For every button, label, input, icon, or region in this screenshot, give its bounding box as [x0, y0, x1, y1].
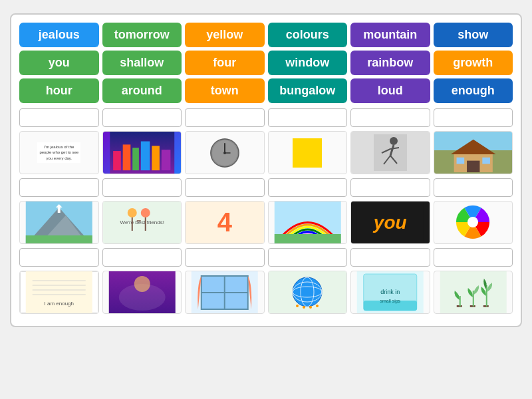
tile-hour[interactable]: hour	[19, 78, 99, 103]
svg-rect-29	[26, 235, 92, 244]
input-row-3	[19, 248, 513, 267]
match-row-1: I'm jealous of thepeople who get to seey…	[19, 108, 513, 174]
svg-point-51	[134, 276, 150, 292]
tile-loud[interactable]: loud	[350, 78, 430, 103]
image-you: you	[350, 201, 430, 244]
svg-rect-3	[132, 148, 139, 170]
image-row-1: I'm jealous of thepeople who get to seey…	[19, 131, 513, 174]
image-town	[102, 131, 182, 174]
tile-growth[interactable]: growth	[434, 51, 513, 75]
svg-point-61	[303, 306, 305, 309]
match-row-3: I am enough	[19, 248, 513, 314]
svg-text:We're best friends!: We're best friends!	[120, 219, 164, 225]
tile-enough[interactable]: enough	[434, 78, 513, 103]
input-1-1[interactable]	[19, 108, 99, 127]
image-clock	[185, 131, 265, 174]
image-globe	[268, 271, 348, 314]
image-bungalow	[102, 271, 182, 314]
input-2-4[interactable]	[268, 178, 348, 197]
image-runner	[350, 131, 430, 174]
input-1-6[interactable]	[434, 108, 513, 127]
svg-rect-23	[456, 158, 464, 164]
input-2-6[interactable]	[434, 178, 513, 197]
image-enough-note: I am enough	[19, 271, 99, 314]
svg-rect-2	[122, 144, 130, 170]
tile-town[interactable]: town	[185, 78, 265, 103]
svg-text:drink in: drink in	[380, 289, 400, 295]
image-growth-plants	[434, 271, 513, 314]
image-row-3: I am enough	[19, 271, 513, 314]
image-house	[434, 131, 513, 174]
input-3-4[interactable]	[268, 248, 348, 267]
tile-jealous[interactable]: jealous	[19, 23, 99, 47]
tile-yellow[interactable]: yellow	[185, 23, 265, 47]
tile-bungalow[interactable]: bungalow	[268, 78, 348, 103]
image-shallow-water: drink in small sips	[350, 271, 430, 314]
input-2-5[interactable]	[350, 178, 430, 197]
input-3-2[interactable]	[102, 248, 182, 267]
tile-mountain[interactable]: mountain	[350, 23, 430, 47]
svg-rect-6	[161, 150, 170, 170]
input-row-2	[19, 178, 513, 197]
tile-show[interactable]: show	[434, 23, 513, 47]
tile-four[interactable]: four	[185, 51, 265, 75]
svg-rect-24	[482, 158, 490, 164]
input-1-2[interactable]	[102, 108, 182, 127]
svg-text:I am enough: I am enough	[45, 301, 74, 307]
word-tiles-section: jealous tomorrow yellow colours mountain…	[19, 23, 513, 103]
tile-shallow[interactable]: shallow	[102, 51, 182, 75]
input-3-3[interactable]	[185, 248, 265, 267]
svg-point-42	[467, 217, 478, 227]
svg-rect-38	[274, 234, 340, 244]
input-2-2[interactable]	[102, 178, 182, 197]
input-3-6[interactable]	[434, 248, 513, 267]
input-3-5[interactable]	[350, 248, 430, 267]
tile-you[interactable]: you	[19, 51, 99, 75]
svg-rect-22	[467, 161, 479, 172]
svg-point-33	[140, 208, 150, 217]
tile-tomorrow[interactable]: tomorrow	[102, 23, 182, 47]
image-yellow-square	[268, 131, 348, 174]
svg-rect-4	[140, 142, 150, 171]
image-mountain	[19, 201, 99, 244]
image-window	[185, 271, 265, 314]
input-row-1	[19, 108, 513, 127]
input-3-1[interactable]	[19, 248, 99, 267]
svg-point-32	[127, 208, 136, 217]
image-four: 4	[185, 201, 265, 244]
image-colorwheel	[434, 201, 513, 244]
image-jealous: I'm jealous of thepeople who get to seey…	[19, 131, 99, 174]
svg-point-63	[316, 305, 319, 307]
svg-text:you: you	[372, 212, 407, 233]
svg-rect-71	[459, 296, 460, 307]
tile-rainbow[interactable]: rainbow	[350, 51, 430, 75]
image-friends: We're best friends!	[102, 201, 182, 244]
tile-window[interactable]: window	[268, 51, 348, 75]
input-2-1[interactable]	[19, 178, 99, 197]
tile-around[interactable]: around	[102, 78, 182, 103]
input-1-5[interactable]	[350, 108, 430, 127]
svg-rect-73	[472, 291, 473, 307]
input-2-3[interactable]	[185, 178, 265, 197]
match-row-2: We're best friends! 4	[19, 178, 513, 244]
svg-rect-5	[152, 146, 160, 170]
svg-point-60	[296, 305, 299, 307]
svg-point-62	[309, 306, 312, 309]
input-1-3[interactable]	[185, 108, 265, 127]
svg-point-13	[390, 137, 398, 145]
image-row-2: We're best friends! 4	[19, 201, 513, 244]
input-1-4[interactable]	[268, 108, 348, 127]
svg-rect-1	[113, 151, 121, 170]
tile-colours[interactable]: colours	[268, 23, 348, 47]
image-rainbow	[268, 201, 348, 244]
svg-text:small sips: small sips	[380, 299, 400, 304]
svg-rect-43	[26, 271, 92, 314]
